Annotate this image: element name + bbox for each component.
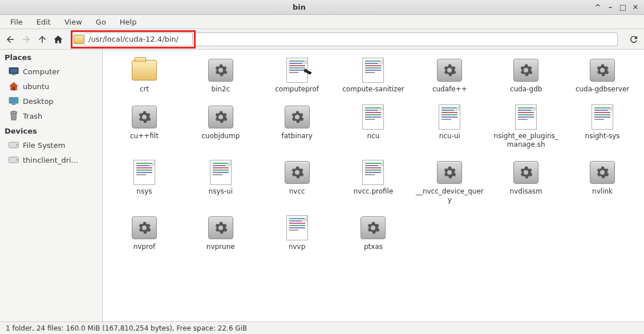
file-icon bbox=[588, 58, 617, 83]
file-pane[interactable]: crtbin2c➦computeprofcompute-sanitizercud… bbox=[103, 50, 644, 321]
file-item[interactable]: nvlink bbox=[565, 158, 639, 206]
sidebar-item-ubuntu[interactable]: ubuntu bbox=[0, 79, 102, 94]
file-item[interactable]: cuda-gdb bbox=[489, 55, 563, 95]
file-item[interactable]: nsight-sys bbox=[565, 102, 639, 151]
file-label: ncu bbox=[367, 132, 380, 140]
file-item[interactable]: compute-sanitizer bbox=[337, 55, 411, 95]
file-item[interactable]: nvprof bbox=[107, 213, 181, 253]
sidebar-item-thinclient[interactable]: thinclient_dri... bbox=[0, 152, 102, 167]
svg-rect-7 bbox=[13, 111, 15, 112]
sidebar-item-computer[interactable]: Computer bbox=[0, 64, 102, 79]
arrow-left-icon bbox=[5, 34, 15, 45]
sidebar-item-filesystem[interactable]: File System bbox=[0, 138, 102, 152]
file-item[interactable]: ptxas bbox=[337, 213, 411, 253]
svg-rect-4 bbox=[9, 98, 18, 103]
path-input[interactable]: /usr/local/cuda-12.4/bin/ bbox=[84, 33, 193, 46]
file-label: nvprune bbox=[206, 243, 235, 251]
pathbar-wrap: /usr/local/cuda-12.4/bin/ bbox=[71, 30, 618, 49]
file-item[interactable]: nsight_ee_plugins_manage.sh bbox=[489, 102, 563, 151]
file-item[interactable]: nvcc bbox=[260, 158, 334, 206]
file-icon bbox=[282, 160, 312, 185]
sidebar-item-label: File System bbox=[23, 141, 65, 150]
file-icon bbox=[206, 58, 236, 83]
menubar: File Edit View Go Help bbox=[0, 15, 644, 29]
file-item[interactable]: fatbinary bbox=[260, 102, 334, 151]
file-item[interactable]: ➦computeprof bbox=[260, 55, 334, 95]
file-icon bbox=[206, 215, 236, 240]
file-item[interactable]: nvcc.profile bbox=[337, 158, 411, 206]
file-label: cu++filt bbox=[130, 132, 159, 140]
sidebar-item-trash[interactable]: Trash bbox=[0, 108, 102, 123]
file-label: computeprof bbox=[275, 85, 319, 93]
places-header: Places bbox=[0, 50, 102, 64]
file-icon bbox=[588, 104, 617, 130]
file-label: ncu-ui bbox=[439, 132, 460, 140]
sidebar-item-label: ubuntu bbox=[23, 82, 49, 91]
reload-icon bbox=[629, 34, 639, 45]
file-item[interactable]: nvprune bbox=[184, 213, 258, 253]
file-item[interactable]: nvdisasm bbox=[489, 158, 563, 206]
minimize-button[interactable]: – bbox=[606, 3, 614, 11]
svg-point-9 bbox=[17, 144, 18, 146]
file-item[interactable]: nsys-ui bbox=[184, 158, 258, 206]
svg-point-11 bbox=[17, 159, 18, 161]
file-item[interactable]: __nvcc_device_query bbox=[412, 158, 487, 206]
svg-rect-3 bbox=[13, 87, 14, 91]
file-item[interactable]: ncu-ui bbox=[412, 102, 487, 151]
arrow-right-icon bbox=[21, 34, 31, 45]
file-label: nvcc bbox=[289, 187, 305, 195]
main-area: Places Computer ubuntu Desktop bbox=[0, 50, 644, 321]
devices-header: Devices bbox=[0, 123, 102, 138]
file-item[interactable]: cudafe++ bbox=[412, 55, 487, 95]
file-icon bbox=[511, 160, 541, 185]
file-icon bbox=[358, 215, 388, 240]
menu-help[interactable]: Help bbox=[114, 16, 143, 28]
file-icon bbox=[511, 104, 541, 130]
file-item[interactable]: cuobjdump bbox=[184, 102, 258, 151]
file-item[interactable]: bin2c bbox=[184, 55, 258, 95]
menu-edit[interactable]: Edit bbox=[31, 16, 56, 28]
file-icon bbox=[358, 104, 388, 130]
file-icon bbox=[588, 160, 617, 185]
maximize-button[interactable]: □ bbox=[619, 3, 627, 11]
file-label: nvcc.profile bbox=[354, 187, 394, 195]
file-icon bbox=[435, 160, 464, 185]
menu-go[interactable]: Go bbox=[90, 16, 112, 28]
svg-rect-2 bbox=[12, 74, 15, 75]
reload-button[interactable] bbox=[627, 33, 641, 46]
up-button[interactable] bbox=[35, 33, 49, 46]
forward-button[interactable] bbox=[19, 33, 33, 46]
sidebar-item-label: Trash bbox=[23, 112, 42, 120]
home-button[interactable] bbox=[51, 33, 65, 46]
menu-view[interactable]: View bbox=[59, 16, 88, 28]
path-input-extra[interactable] bbox=[196, 33, 618, 46]
file-label: cuda-gdb bbox=[510, 85, 542, 93]
folder-icon bbox=[74, 35, 84, 44]
sidebar-item-label: Computer bbox=[23, 67, 60, 76]
file-icon bbox=[435, 104, 464, 130]
file-label: nsight_ee_plugins_manage.sh bbox=[492, 132, 560, 148]
file-icon bbox=[129, 104, 159, 130]
back-button[interactable] bbox=[3, 33, 17, 46]
file-icon bbox=[206, 160, 236, 185]
window-controls: ^ – □ ✕ bbox=[594, 3, 639, 11]
toolbar: /usr/local/cuda-12.4/bin/ bbox=[0, 29, 644, 50]
file-label: fatbinary bbox=[282, 132, 313, 140]
file-item[interactable]: crt bbox=[107, 55, 181, 95]
file-item[interactable]: nsys bbox=[107, 158, 181, 206]
file-item[interactable]: cu++filt bbox=[107, 102, 181, 151]
drive-icon bbox=[8, 140, 19, 150]
file-item[interactable]: cuda-gdbserver bbox=[565, 55, 639, 95]
rollup-button[interactable]: ^ bbox=[594, 3, 602, 11]
file-label: ptxas bbox=[364, 243, 383, 251]
menu-file[interactable]: File bbox=[5, 16, 29, 28]
file-label: bin2c bbox=[211, 85, 230, 93]
sidebar-item-desktop[interactable]: Desktop bbox=[0, 94, 102, 108]
close-button[interactable]: ✕ bbox=[631, 3, 639, 11]
file-label: cuda-gdbserver bbox=[576, 85, 629, 93]
file-item[interactable]: nvvp bbox=[260, 213, 334, 253]
sidebar: Places Computer ubuntu Desktop bbox=[0, 50, 103, 321]
file-label: cuobjdump bbox=[201, 132, 240, 140]
file-item[interactable]: ncu bbox=[337, 102, 411, 151]
file-label: nsight-sys bbox=[585, 132, 620, 140]
